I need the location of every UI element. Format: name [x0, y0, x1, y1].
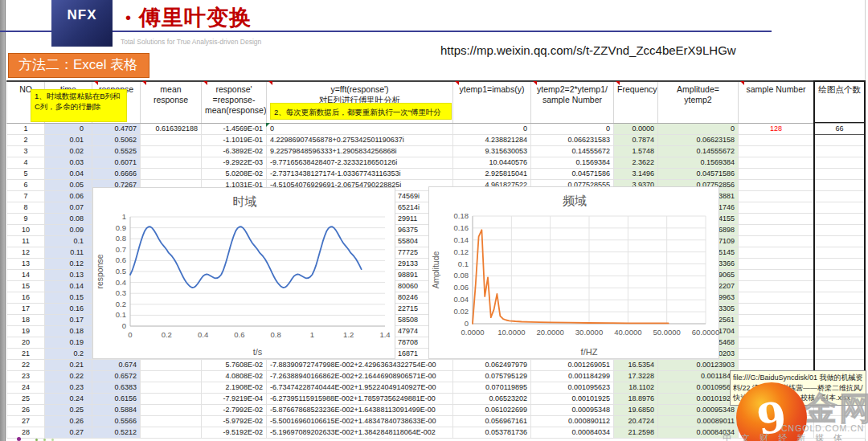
cell[interactable]: 0.06	[45, 190, 92, 202]
cell[interactable]	[141, 359, 202, 370]
cell[interactable]: 4.0808E-02	[202, 370, 267, 382]
cell[interactable]	[814, 145, 866, 157]
cell[interactable]	[141, 427, 202, 438]
cell[interactable]: 0.001184299	[531, 370, 614, 382]
cell[interactable]: 0.1569384	[658, 157, 739, 168]
cell[interactable]	[814, 190, 866, 202]
cell[interactable]: 18.8976	[614, 393, 658, 404]
cell[interactable]: -6.3892E-02	[202, 145, 267, 157]
cell[interactable]	[739, 157, 814, 168]
cell[interactable]: 0.18	[45, 325, 92, 337]
header-cell[interactable]: ytemp2=2*ytemp1/ sample Number	[531, 81, 614, 123]
cell[interactable]: 0.17	[45, 314, 92, 325]
cell[interactable]: 1	[7, 123, 45, 134]
cell[interactable]	[739, 337, 814, 348]
cell[interactable]	[141, 157, 202, 168]
cell[interactable]: 16	[7, 292, 45, 303]
cell[interactable]: 0.14	[45, 280, 92, 292]
cell[interactable]	[814, 325, 866, 337]
cell[interactable]: 0	[658, 123, 739, 134]
cell[interactable]	[141, 370, 202, 382]
cell[interactable]	[814, 134, 866, 145]
cell[interactable]: 0.08	[45, 213, 92, 224]
cell[interactable]: 0.11	[45, 247, 92, 258]
cell[interactable]: 0.4707	[92, 123, 141, 134]
cell[interactable]	[814, 292, 866, 303]
cell[interactable]	[739, 325, 814, 337]
cell[interactable]: 2.925815041	[453, 168, 531, 179]
cell[interactable]: 13	[7, 258, 45, 269]
cell[interactable]: 8	[7, 202, 45, 213]
cell[interactable]: 2.3622	[614, 157, 658, 168]
cell[interactable]	[141, 415, 202, 427]
cell[interactable]	[814, 235, 866, 247]
header-cell[interactable]: sample Number	[739, 81, 814, 123]
cell[interactable]	[739, 224, 814, 235]
cell[interactable]	[739, 269, 814, 280]
cell[interactable]: -2.73713438127174-1.03367743116353i	[267, 168, 453, 179]
cell[interactable]: 0.000890112	[531, 415, 614, 427]
cell[interactable]	[141, 382, 202, 393]
cell[interactable]: 12	[7, 247, 45, 258]
cell[interactable]: 0.00101925	[658, 393, 739, 404]
cell[interactable]	[814, 247, 866, 258]
cell[interactable]: 2	[7, 134, 45, 145]
cell[interactable]	[814, 337, 866, 348]
cell[interactable]: 0.5212	[92, 427, 141, 438]
cell[interactable]: -9.5192E-02	[202, 427, 267, 438]
cell[interactable]: 0.7874	[614, 134, 658, 145]
cell[interactable]: 17.3228	[614, 370, 658, 382]
cell[interactable]: 3.1496	[614, 168, 658, 179]
cell[interactable]	[739, 280, 814, 292]
cell[interactable]: 0.5525	[92, 145, 141, 157]
cell[interactable]: -7.26388940166862E-002+2.16446908906571E…	[267, 370, 453, 382]
cell[interactable]: 0.04571586	[531, 168, 614, 179]
cell[interactable]: 0.09	[45, 224, 92, 235]
cell[interactable]: 9	[7, 213, 45, 224]
cell[interactable]	[814, 179, 866, 190]
cell[interactable]: 0.1569384	[531, 157, 614, 168]
cell[interactable]: 0.23	[45, 382, 92, 393]
cell[interactable]: 0.05	[45, 179, 92, 190]
cell[interactable]: 0.674	[92, 359, 141, 370]
cell[interactable]: 0.6572	[92, 370, 141, 382]
cell[interactable]	[814, 258, 866, 269]
cell[interactable]: 0.066231583	[531, 134, 614, 145]
frequency-domain-chart[interactable]: 0.000010.000020.000030.000040.000050.000…	[428, 186, 719, 359]
cell[interactable]: 66	[814, 123, 866, 134]
article-url[interactable]: https://mp.weixin.qq.com/s/t-ZZVnd_Zcc4b…	[440, 43, 736, 57]
cell[interactable]: 0.001269051	[531, 359, 614, 370]
cell[interactable]: 0.02	[45, 145, 92, 157]
header-cell[interactable]: 绘图点个数	[814, 81, 866, 123]
cell[interactable]: 28	[7, 427, 45, 438]
cell[interactable]	[739, 145, 814, 157]
cell[interactable]: 0.04571586	[658, 168, 739, 179]
cell[interactable]: 0.616392188	[141, 123, 202, 134]
cell[interactable]	[739, 213, 814, 224]
cell[interactable]	[739, 190, 814, 202]
cell[interactable]: 23	[7, 370, 45, 382]
cell[interactable]	[814, 202, 866, 213]
cell[interactable]	[739, 202, 814, 213]
cell[interactable]	[814, 269, 866, 280]
cell[interactable]: 0.00095348	[531, 404, 614, 415]
cell[interactable]: 11	[7, 235, 45, 247]
cell[interactable]: 0.6383	[92, 382, 141, 393]
cell[interactable]: 0.5062	[92, 134, 141, 145]
cell[interactable]: 4	[7, 157, 45, 168]
cell[interactable]	[141, 134, 202, 145]
cell[interactable]: 0.070119895	[453, 382, 531, 393]
cell[interactable]: 0.22	[45, 370, 92, 382]
cell[interactable]	[739, 179, 814, 190]
cell[interactable]: 0.0011843	[658, 370, 739, 382]
cell[interactable]	[739, 348, 814, 359]
cell[interactable]: 10	[7, 224, 45, 235]
cell[interactable]: 9.22579848596333+1.2905834256868i	[267, 145, 453, 157]
header-cell[interactable]: ytemp1=imabs(y)	[453, 81, 531, 123]
cell[interactable]: 6	[7, 179, 45, 190]
cell[interactable]: 16.5354	[614, 359, 658, 370]
cell[interactable]: 0.6071	[92, 157, 141, 168]
cell[interactable]: 0.26	[45, 415, 92, 427]
cell[interactable]: 2.1908E-02	[202, 382, 267, 393]
cell[interactable]: 0	[453, 123, 531, 134]
